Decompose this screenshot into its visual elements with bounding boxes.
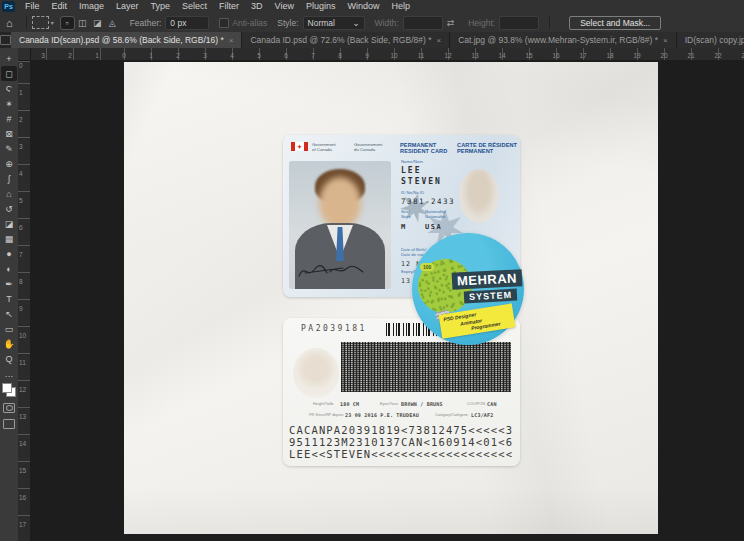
add-selection-mode-button[interactable]: ◫ (76, 17, 89, 29)
ruler-number: 19 (631, 52, 643, 59)
brush-tool[interactable]: ʃ (1, 171, 17, 186)
document-tab-3[interactable]: Cat.jpg @ 93.8% (www.Mehran-System.ir, R… (450, 32, 677, 48)
tab-close-icon[interactable]: × (229, 36, 234, 45)
blur-tool[interactable]: ● (1, 246, 17, 261)
menu-items: FileEditImageLayerTypeSelectFilter3DView… (19, 0, 416, 13)
tab-label: Canada ID(scan).psd @ 58.6% (Back Side, … (19, 35, 224, 45)
ruler-number: 10 (19, 332, 26, 339)
document-number: PA2039181 (301, 324, 367, 333)
ruler-number: 4 (19, 170, 23, 177)
ghost-portrait-circle (293, 348, 339, 398)
menu-window[interactable]: Window (342, 0, 386, 13)
foreground-color-swatch[interactable] (2, 383, 12, 393)
ruler-number: 15 (19, 467, 26, 474)
width-input[interactable] (403, 16, 443, 30)
path-select-tool[interactable]: ↖ (1, 306, 17, 321)
photoshop-logo-icon: Ps (2, 1, 15, 12)
pr-since-value: 23 09 2016 P.E. TRUDEAU (345, 412, 419, 418)
zoom-tool[interactable]: Q (1, 351, 17, 366)
eraser-tool[interactable]: ◪ (1, 216, 17, 231)
subtract-selection-mode-button[interactable]: ◪ (91, 17, 104, 29)
new-selection-mode-button[interactable]: ▫ (61, 17, 74, 29)
marquee-tool-preview-icon[interactable] (32, 16, 49, 29)
shape-tool[interactable]: ▭ (1, 321, 17, 336)
eyedropper-tool[interactable]: ✎ (1, 141, 17, 156)
document-tab-1[interactable]: Canada ID(scan).psd @ 58.6% (Back Side, … (11, 32, 242, 48)
ghost-portrait-oval (459, 169, 499, 223)
quick-mask-icon (6, 405, 13, 411)
chevron-down-icon[interactable]: ▾ (51, 19, 54, 26)
document-tab-2[interactable]: Canada ID.psd @ 72.6% (Back Side, RGB/8#… (242, 32, 450, 48)
intersect-selection-mode-button[interactable]: ◬ (106, 17, 119, 29)
divider (549, 16, 550, 29)
edit-toolbar[interactable]: … (1, 366, 17, 381)
ruler-number: 13 (469, 52, 481, 59)
crop-tool[interactable]: # (1, 111, 17, 126)
home-icon[interactable]: ⌂ (6, 17, 13, 29)
photoshop-window: Ps FileEditImageLayerTypeSelectFilter3DV… (0, 0, 744, 541)
ruler-number: 9 (361, 52, 373, 59)
height-value: 180 CM (340, 401, 359, 407)
menu-plugins[interactable]: Plugins (300, 0, 342, 13)
quick-mask-button[interactable] (3, 403, 15, 413)
category-label: Category/Catégorie (435, 413, 468, 417)
ruler-number: 21 (685, 52, 697, 59)
move-tool[interactable]: + (1, 51, 17, 66)
frame-tool[interactable]: ⊠ (1, 126, 17, 141)
style-dropdown[interactable]: Normal ⌄ (303, 16, 365, 30)
ruler-corner (18, 48, 31, 61)
screen-mode-button[interactable] (3, 419, 15, 429)
menu-select[interactable]: Select (176, 0, 213, 13)
ruler-number: 0 (19, 62, 23, 69)
mrz-line-1: CACANPA20391819<73812475<<<<<3 (289, 424, 513, 436)
marquee-tool[interactable]: ◻ (1, 66, 17, 81)
id-number-value: 7381-2433 (401, 197, 455, 206)
tab-close-icon[interactable]: × (436, 36, 441, 45)
menu-type[interactable]: Type (145, 0, 177, 13)
name-label: Name/Nom (401, 160, 423, 165)
type-tool[interactable]: T (1, 291, 17, 306)
ruler-number: 7 (19, 251, 23, 258)
menu-image[interactable]: Image (73, 0, 110, 13)
tab-close-icon[interactable]: × (663, 36, 668, 45)
swap-dimensions-icon[interactable]: ⇄ (447, 18, 455, 28)
tools-panel: +◻Ϛ✶#⊠✎⊕ʃ⌂↺◪▦●◐✒T↖▭✋Q… (0, 48, 18, 541)
menu-bar: Ps FileEditImageLayerTypeSelectFilter3DV… (0, 0, 744, 14)
menu-3d[interactable]: 3D (245, 0, 269, 13)
barcode-2d (341, 342, 511, 392)
sticker-title: MEHRAN (452, 269, 523, 290)
color-swatches[interactable] (2, 383, 16, 397)
healing-brush-tool[interactable]: ⊕ (1, 156, 17, 171)
menu-layer[interactable]: Layer (110, 0, 145, 13)
ruler-number: 6 (19, 224, 23, 231)
ruler-number: 8 (334, 52, 346, 59)
antialias-label: Anti-alias (232, 18, 267, 28)
menu-view[interactable]: View (269, 0, 300, 13)
antialias-checkbox[interactable] (219, 18, 229, 28)
feather-label: Feather: (130, 18, 162, 28)
menu-help[interactable]: Help (386, 0, 417, 13)
menu-file[interactable]: File (19, 0, 46, 13)
pen-tool[interactable]: ✒ (1, 276, 17, 291)
gradient-tool[interactable]: ▦ (1, 231, 17, 246)
lasso-tool[interactable]: Ϛ (1, 81, 17, 96)
menu-filter[interactable]: Filter (213, 0, 245, 13)
magic-wand-tool[interactable]: ✶ (1, 96, 17, 111)
nationality-label: Nationality/Nationalité (425, 210, 446, 220)
document-tab-4[interactable]: ID(scan) copy.jpg @ 70.9% (www.Mehran-Sy… (677, 32, 744, 48)
gov-text-en: Governmentof Canada (312, 142, 336, 152)
ruler-number: 9 (19, 305, 23, 312)
document-canvas[interactable]: ✦ Governmentof Canada Gouvernementdu Can… (124, 62, 658, 534)
menu-edit[interactable]: Edit (46, 0, 74, 13)
height-input[interactable] (499, 16, 539, 30)
feather-input[interactable]: 0 px (165, 16, 209, 30)
hand-tool[interactable]: ✋ (1, 336, 17, 351)
tab-strip-icon[interactable] (0, 32, 11, 48)
sticker-subtitle: SYSTEM (464, 289, 518, 304)
history-brush-tool[interactable]: ↺ (1, 201, 17, 216)
ruler-number: 17 (19, 521, 26, 528)
clone-stamp-tool[interactable]: ⌂ (1, 186, 17, 201)
ruler-number: 16 (19, 494, 26, 501)
dodge-tool[interactable]: ◐ (1, 261, 17, 276)
select-and-mask-button[interactable]: Select and Mask... (569, 16, 661, 30)
